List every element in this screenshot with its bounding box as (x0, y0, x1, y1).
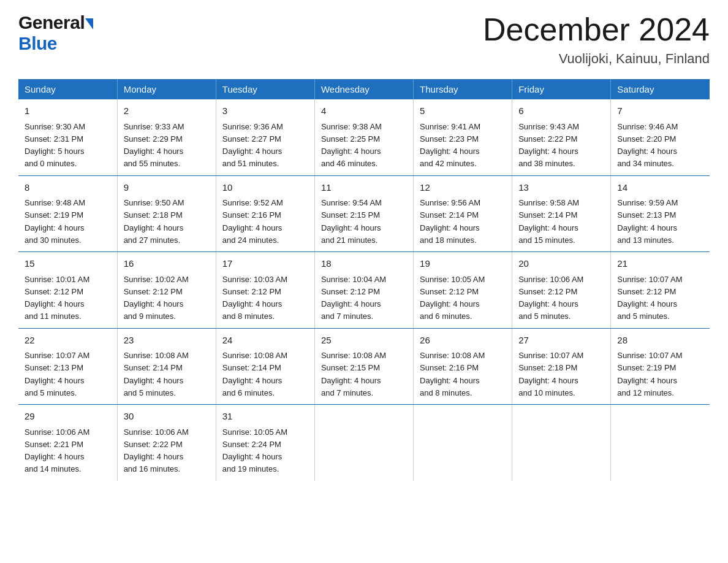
calendar-day-cell: 24 Sunrise: 10:08 AMSunset: 2:14 PMDayli… (216, 328, 314, 405)
calendar-title: December 2024 (483, 12, 710, 47)
logo: General Blue (18, 12, 93, 54)
header-wednesday: Wednesday (314, 79, 413, 99)
calendar-day-cell: 3 Sunrise: 9:36 AMSunset: 2:27 PMDayligh… (216, 99, 314, 175)
calendar-day-cell: 19 Sunrise: 10:05 AMSunset: 2:12 PMDayli… (414, 252, 512, 329)
calendar-day-cell: 13 Sunrise: 9:58 AMSunset: 2:14 PMDaylig… (512, 175, 611, 252)
calendar-week-row: 22 Sunrise: 10:07 AMSunset: 2:13 PMDayli… (18, 328, 710, 405)
day-info: Sunrise: 9:36 AMSunset: 2:27 PMDaylight:… (222, 122, 283, 169)
day-info: Sunrise: 9:50 AMSunset: 2:18 PMDaylight:… (124, 198, 184, 245)
day-info: Sunrise: 10:05 AMSunset: 2:24 PMDaylight… (222, 427, 287, 474)
day-number: 31 (222, 410, 308, 424)
day-info: Sunrise: 9:43 AMSunset: 2:22 PMDaylight:… (518, 122, 579, 169)
calendar-day-cell: 1 Sunrise: 9:30 AMSunset: 2:31 PMDayligh… (18, 99, 117, 175)
day-number: 16 (124, 257, 210, 271)
day-info: Sunrise: 10:08 AMSunset: 2:16 PMDaylight… (420, 351, 485, 397)
day-info: Sunrise: 9:41 AMSunset: 2:23 PMDaylight:… (420, 122, 480, 169)
logo-triangle-icon (85, 18, 93, 29)
day-info: Sunrise: 10:08 AMSunset: 2:14 PMDaylight… (222, 351, 287, 397)
day-info: Sunrise: 9:46 AMSunset: 2:20 PMDaylight:… (617, 122, 678, 169)
calendar-day-cell: 2 Sunrise: 9:33 AMSunset: 2:29 PMDayligh… (117, 99, 216, 175)
header-thursday: Thursday (414, 79, 512, 99)
header-saturday: Saturday (611, 79, 710, 99)
day-info: Sunrise: 10:06 AMSunset: 2:22 PMDaylight… (124, 427, 189, 474)
day-info: Sunrise: 10:07 AMSunset: 2:19 PMDaylight… (617, 351, 682, 397)
day-info: Sunrise: 10:06 AMSunset: 2:21 PMDaylight… (25, 427, 89, 474)
header-tuesday: Tuesday (216, 79, 314, 99)
calendar-week-row: 15 Sunrise: 10:01 AMSunset: 2:12 PMDayli… (18, 252, 710, 329)
calendar-day-cell (512, 405, 611, 481)
day-info: Sunrise: 9:54 AMSunset: 2:15 PMDaylight:… (321, 198, 382, 245)
day-number: 20 (518, 257, 604, 271)
calendar-day-cell: 17 Sunrise: 10:03 AMSunset: 2:12 PMDayli… (216, 252, 314, 329)
day-number: 5 (420, 104, 506, 118)
calendar-day-cell: 25 Sunrise: 10:08 AMSunset: 2:15 PMDayli… (314, 328, 413, 405)
calendar-day-cell: 27 Sunrise: 10:07 AMSunset: 2:18 PMDayli… (512, 328, 611, 405)
calendar-day-cell: 15 Sunrise: 10:01 AMSunset: 2:12 PMDayli… (18, 252, 117, 329)
day-number: 15 (25, 257, 111, 271)
calendar-day-cell: 8 Sunrise: 9:48 AMSunset: 2:19 PMDayligh… (18, 175, 117, 252)
calendar-day-cell: 26 Sunrise: 10:08 AMSunset: 2:16 PMDayli… (414, 328, 512, 405)
day-number: 18 (321, 257, 407, 271)
day-info: Sunrise: 10:05 AMSunset: 2:12 PMDaylight… (420, 275, 485, 321)
calendar-day-cell: 5 Sunrise: 9:41 AMSunset: 2:23 PMDayligh… (414, 99, 512, 175)
calendar-day-cell: 16 Sunrise: 10:02 AMSunset: 2:12 PMDayli… (117, 252, 216, 329)
day-number: 27 (518, 334, 604, 348)
header-monday: Monday (117, 79, 216, 99)
day-info: Sunrise: 10:02 AMSunset: 2:12 PMDaylight… (124, 275, 189, 321)
calendar-day-cell: 29 Sunrise: 10:06 AMSunset: 2:21 PMDayli… (18, 405, 117, 481)
day-number: 1 (25, 104, 111, 118)
calendar-day-cell: 22 Sunrise: 10:07 AMSunset: 2:13 PMDayli… (18, 328, 117, 405)
day-info: Sunrise: 9:56 AMSunset: 2:14 PMDaylight:… (420, 198, 480, 245)
day-number: 24 (222, 334, 308, 348)
day-number: 10 (222, 181, 308, 195)
day-number: 23 (124, 334, 210, 348)
header-sunday: Sunday (18, 79, 117, 99)
calendar-day-cell: 4 Sunrise: 9:38 AMSunset: 2:25 PMDayligh… (314, 99, 413, 175)
day-number: 19 (420, 257, 506, 271)
calendar-day-cell (314, 405, 413, 481)
day-number: 4 (321, 104, 407, 118)
calendar-day-cell: 11 Sunrise: 9:54 AMSunset: 2:15 PMDaylig… (314, 175, 413, 252)
day-number: 8 (25, 181, 111, 195)
logo-general-text: General (18, 12, 85, 33)
day-number: 13 (518, 181, 604, 195)
day-number: 30 (124, 410, 210, 424)
day-number: 29 (25, 410, 111, 424)
day-number: 7 (617, 104, 703, 118)
day-info: Sunrise: 9:38 AMSunset: 2:25 PMDaylight:… (321, 122, 382, 169)
calendar-day-cell: 9 Sunrise: 9:50 AMSunset: 2:18 PMDayligh… (117, 175, 216, 252)
title-area: December 2024 Vuolijoki, Kainuu, Finland (483, 12, 710, 67)
day-info: Sunrise: 9:58 AMSunset: 2:14 PMDaylight:… (518, 198, 579, 245)
calendar-day-cell: 14 Sunrise: 9:59 AMSunset: 2:13 PMDaylig… (611, 175, 710, 252)
calendar-day-cell: 30 Sunrise: 10:06 AMSunset: 2:22 PMDayli… (117, 405, 216, 481)
day-number: 21 (617, 257, 703, 271)
calendar-day-cell: 28 Sunrise: 10:07 AMSunset: 2:19 PMDayli… (611, 328, 710, 405)
calendar-day-cell: 12 Sunrise: 9:56 AMSunset: 2:14 PMDaylig… (414, 175, 512, 252)
day-info: Sunrise: 9:52 AMSunset: 2:16 PMDaylight:… (222, 198, 283, 245)
calendar-week-row: 29 Sunrise: 10:06 AMSunset: 2:21 PMDayli… (18, 405, 710, 481)
calendar-day-cell: 7 Sunrise: 9:46 AMSunset: 2:20 PMDayligh… (611, 99, 710, 175)
day-number: 22 (25, 334, 111, 348)
day-info: Sunrise: 9:30 AMSunset: 2:31 PMDaylight:… (25, 122, 85, 169)
calendar-day-cell: 21 Sunrise: 10:07 AMSunset: 2:12 PMDayli… (611, 252, 710, 329)
day-number: 25 (321, 334, 407, 348)
day-number: 14 (617, 181, 703, 195)
day-info: Sunrise: 10:03 AMSunset: 2:12 PMDaylight… (222, 275, 287, 321)
calendar-day-cell: 10 Sunrise: 9:52 AMSunset: 2:16 PMDaylig… (216, 175, 314, 252)
calendar-day-cell: 18 Sunrise: 10:04 AMSunset: 2:12 PMDayli… (314, 252, 413, 329)
day-info: Sunrise: 10:01 AMSunset: 2:12 PMDaylight… (25, 275, 89, 321)
calendar-day-cell (611, 405, 710, 481)
day-info: Sunrise: 9:48 AMSunset: 2:19 PMDaylight:… (25, 198, 85, 245)
calendar-week-row: 8 Sunrise: 9:48 AMSunset: 2:19 PMDayligh… (18, 175, 710, 252)
day-number: 11 (321, 181, 407, 195)
day-info: Sunrise: 10:07 AMSunset: 2:12 PMDaylight… (617, 275, 682, 321)
calendar-day-cell: 20 Sunrise: 10:06 AMSunset: 2:12 PMDayli… (512, 252, 611, 329)
day-info: Sunrise: 10:06 AMSunset: 2:12 PMDaylight… (518, 275, 583, 321)
day-number: 9 (124, 181, 210, 195)
day-number: 17 (222, 257, 308, 271)
calendar-day-cell: 31 Sunrise: 10:05 AMSunset: 2:24 PMDayli… (216, 405, 314, 481)
day-info: Sunrise: 10:07 AMSunset: 2:13 PMDaylight… (25, 351, 89, 397)
day-info: Sunrise: 10:04 AMSunset: 2:12 PMDaylight… (321, 275, 386, 321)
day-number: 12 (420, 181, 506, 195)
day-info: Sunrise: 9:33 AMSunset: 2:29 PMDaylight:… (124, 122, 184, 169)
